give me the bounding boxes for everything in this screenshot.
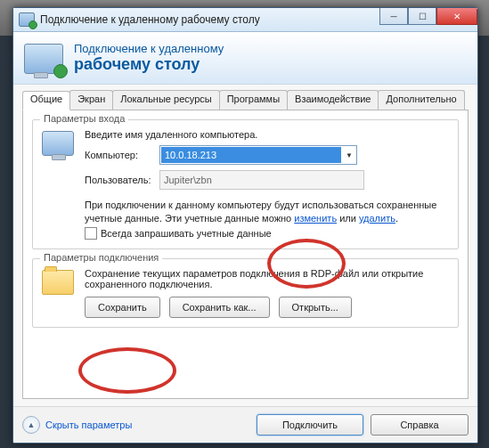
group-connection: Параметры подключения Сохранение текущих…	[32, 258, 459, 328]
titlebar[interactable]: Подключение к удаленному рабочему столу …	[13, 8, 477, 32]
rdp-header-icon	[24, 44, 63, 74]
help-button[interactable]: Справка	[371, 414, 469, 436]
tab-display[interactable]: Экран	[69, 90, 113, 110]
hide-options-link[interactable]: Скрыть параметры	[45, 419, 132, 430]
group-login: Параметры входа Введите имя удаленного к…	[32, 119, 459, 249]
computer-value[interactable]: 10.0.18.213	[161, 147, 341, 163]
tab-general[interactable]: Общие	[22, 91, 70, 110]
group-connection-legend: Параметры подключения	[40, 252, 162, 263]
computer-icon	[42, 131, 74, 156]
user-field: Jupiter\zbn	[159, 170, 364, 190]
rdp-app-icon	[19, 12, 35, 27]
connect-button[interactable]: Подключить	[257, 414, 363, 436]
computer-combo[interactable]: 10.0.18.213 ▼	[159, 145, 357, 165]
always-ask-checkbox[interactable]	[85, 227, 97, 240]
computer-label: Компьютер:	[85, 150, 159, 160]
collapse-options-icon[interactable]: ▲	[22, 416, 40, 434]
tab-local-resources[interactable]: Локальные ресурсы	[112, 90, 219, 110]
user-label: Пользователь:	[85, 175, 159, 185]
chevron-down-icon[interactable]: ▼	[342, 151, 356, 159]
open-button[interactable]: Открыть...	[279, 297, 352, 318]
rdp-window: Подключение к удаленному рабочему столу …	[12, 7, 478, 444]
tabs: Общие Экран Локальные ресурсы Программы …	[22, 90, 469, 110]
save-as-button[interactable]: Сохранить как...	[169, 297, 270, 318]
window-title: Подключение к удаленному рабочему столу	[40, 13, 260, 26]
tab-experience[interactable]: Взаимодействие	[287, 90, 379, 110]
group-login-legend: Параметры входа	[40, 113, 128, 124]
tab-programs[interactable]: Программы	[219, 90, 288, 110]
login-intro: Введите имя удаленного компьютера.	[85, 129, 449, 140]
footer: ▲ Скрыть параметры Подключить Справка	[13, 406, 477, 443]
header-line2: рабочему столу	[74, 55, 224, 74]
tab-advanced[interactable]: Дополнительно	[378, 90, 464, 110]
link-change-credentials[interactable]: изменить	[294, 213, 337, 224]
tab-page-general: Параметры входа Введите имя удаленного к…	[22, 110, 469, 399]
connection-desc: Сохранение текущих параметров подключени…	[85, 268, 449, 289]
folder-icon	[42, 270, 74, 295]
always-ask-label: Всегда запрашивать учетные данные	[101, 228, 272, 239]
save-button[interactable]: Сохранить	[85, 297, 160, 318]
maximize-button[interactable]: ☐	[408, 8, 436, 25]
header-line1: Подключение к удаленному	[74, 42, 224, 55]
close-button[interactable]: ✕	[436, 8, 477, 25]
minimize-button[interactable]: ─	[379, 8, 408, 25]
header-band: Подключение к удаленному рабочему столу	[13, 32, 477, 85]
credentials-text: При подключении к данному компьютеру буд…	[85, 199, 449, 225]
link-delete-credentials[interactable]: удалить	[359, 213, 395, 224]
